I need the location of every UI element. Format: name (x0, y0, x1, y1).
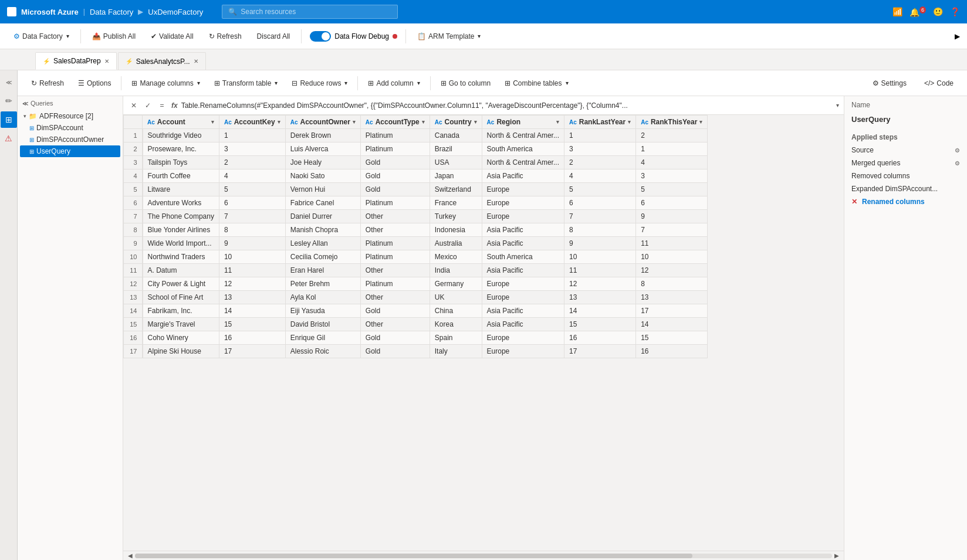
options-btn[interactable]: ☰ Options (72, 76, 117, 90)
scrollbar-track[interactable] (135, 554, 832, 558)
publish-all-btn[interactable]: 📤 Publish All (86, 29, 142, 43)
tab-salesdata-prep[interactable]: ⚡ SalesDataPrep ✕ (35, 52, 117, 70)
formula-expand-chevron[interactable]: ▾ (836, 102, 839, 108)
table-row[interactable]: 3 Tailspin Toys 2 Joe Healy Gold USA Nor… (124, 156, 708, 169)
table-row[interactable]: 14 Fabrikam, Inc. 14 Eiji Yasuda Gold Ch… (124, 304, 708, 318)
col-header-accountowner[interactable]: Ac AccountOwner ▾ (285, 116, 360, 129)
col-header-region[interactable]: Ac Region ▾ (482, 116, 564, 129)
step-renamed-columns[interactable]: ✕ Renamed columns (844, 195, 967, 208)
formula-input[interactable]: Table.RenameColumns(#"Expanded DimSPAcco… (181, 101, 833, 110)
formula-x-btn[interactable]: ✕ (128, 100, 140, 111)
rly-filter-icon[interactable]: ▾ (628, 119, 631, 125)
country-filter-icon[interactable]: ▾ (474, 119, 477, 125)
region-filter-icon[interactable]: ▾ (556, 119, 559, 125)
cell-accounttype: Gold (360, 169, 430, 183)
sidebar-icon-table[interactable]: ⊞ (1, 111, 17, 128)
scroll-left-btn[interactable]: ◀ (128, 552, 133, 559)
table-row[interactable]: 5 Litware 5 Vernon Hui Gold Switzerland … (124, 183, 708, 196)
nav-search-box[interactable]: 🔍 (222, 5, 398, 19)
col-header-ranklastyear[interactable]: Ac RankLastYear ▾ (564, 116, 635, 129)
horizontal-scrollbar[interactable]: ◀ ▶ (123, 551, 844, 560)
data-table-container[interactable]: Ac Account ▾ Ac AccountKey ▾ (123, 115, 844, 551)
col-header-country[interactable]: Ac Country ▾ (430, 116, 482, 129)
go-to-column-btn[interactable]: ⊞ Go to column (434, 76, 497, 90)
cell-accountkey: 6 (219, 196, 285, 210)
rty-filter-icon[interactable]: ▾ (699, 119, 702, 125)
tree-item-userquery[interactable]: ⊞ UserQuery (20, 145, 120, 157)
reduce-chevron: ▾ (344, 80, 347, 86)
query-panel-collapse-icon[interactable]: ≪ (22, 100, 28, 107)
table-row[interactable]: 16 Coho Winery 16 Enrique Gil Gold Spain… (124, 331, 708, 345)
table-row[interactable]: 1 Southridge Video 1 Derek Brown Platinu… (124, 129, 708, 142)
nav-service[interactable]: Data Factory (90, 8, 133, 16)
help-icon[interactable]: ❓ (950, 7, 960, 16)
accountowner-filter-icon[interactable]: ▾ (353, 119, 356, 125)
scrollbar-thumb[interactable] (135, 554, 692, 558)
main-toolbar: ⚙ Data Factory ▾ 📤 Publish All ✔ Validat… (0, 23, 967, 49)
refresh-ribbon-btn[interactable]: ↻ Refresh (25, 76, 70, 90)
sidebar-icon-pencil[interactable]: ✏ (1, 93, 17, 109)
scroll-right-btn[interactable]: ▶ (834, 552, 839, 559)
table-row[interactable]: 7 The Phone Company 7 Daniel Durrer Othe… (124, 210, 708, 223)
col-header-rankthisyear[interactable]: Ac RankThisYear ▾ (636, 116, 708, 129)
tab-sales-analytics[interactable]: ⚡ SalesAnalytcsP... ✕ (118, 52, 206, 70)
add-column-btn[interactable]: ⊞ Add column ▾ (361, 76, 426, 90)
table-row[interactable]: 10 Northwind Traders 10 Cecilia Comejo P… (124, 250, 708, 264)
combine-tables-btn[interactable]: ⊞ Combine tables ▾ (498, 76, 574, 90)
accountkey-filter-icon[interactable]: ▾ (278, 119, 280, 125)
col-header-accountkey[interactable]: Ac AccountKey ▾ (219, 116, 285, 129)
nav-separator-2: ▶ (138, 8, 143, 16)
settings-btn[interactable]: ⚙ Settings (866, 76, 913, 90)
cell-accounttype: Other (360, 264, 430, 277)
table-row[interactable]: 12 City Power & Light 12 Peter Brehm Pla… (124, 277, 708, 291)
sidebar-icon-warning[interactable]: ⚠ (1, 130, 17, 147)
step-expanded-dimspa[interactable]: Expanded DimSPAccount... (844, 182, 967, 195)
col-header-account[interactable]: Ac Account ▾ (143, 116, 219, 129)
code-btn[interactable]: </> Code (918, 76, 960, 90)
table-row[interactable]: 4 Fourth Coffee 4 Naoki Sato Gold Japan … (124, 169, 708, 183)
validate-all-btn[interactable]: ✔ Validate All (144, 29, 200, 43)
transform-table-btn[interactable]: ⊞ Transform table ▾ (208, 76, 285, 90)
formula-check-btn[interactable]: ✓ (142, 100, 154, 111)
data-factory-btn[interactable]: ⚙ Data Factory ▾ (7, 29, 76, 43)
step-merged-queries[interactable]: Merged queries ⚙ (844, 157, 967, 169)
table-row[interactable]: 17 Alpine Ski House 17 Alessio Roic Gold… (124, 345, 708, 358)
step-source-gear[interactable]: ⚙ (955, 147, 960, 154)
manage-columns-btn[interactable]: ⊞ Manage columns ▾ (125, 76, 206, 90)
toolbar-expand-btn[interactable]: ▶ (955, 32, 960, 40)
cell-accounttype: Other (360, 318, 430, 331)
table-row[interactable]: 8 Blue Yonder Airlines 8 Manish Chopra O… (124, 223, 708, 237)
accounttype-filter-icon[interactable]: ▾ (422, 119, 425, 125)
table-row[interactable]: 15 Margie's Travel 15 David Bristol Othe… (124, 318, 708, 331)
cell-accountowner: Naoki Sato (285, 169, 360, 183)
discard-all-btn[interactable]: Discard All (251, 29, 297, 43)
tree-item-dimspa[interactable]: ⊞ DimSPAccount (20, 122, 120, 134)
table-row[interactable]: 2 Proseware, Inc. 3 Luis Alverca Platinu… (124, 142, 708, 156)
ribbon-div-1 (121, 76, 121, 90)
query-panel: ≪ Queries ▾ 📁 ADFResource [2] ⊞ DimSPAcc… (18, 96, 123, 560)
refresh-toolbar-btn[interactable]: ↻ Refresh (202, 29, 248, 43)
cell-ranklastyear: 6 (564, 196, 635, 210)
account-filter-icon[interactable]: ▾ (211, 119, 214, 125)
table-row[interactable]: 11 A. Datum 11 Eran Harel Other India As… (124, 264, 708, 277)
step-merged-gear[interactable]: ⚙ (955, 160, 960, 167)
sidebar-collapse-btn[interactable]: ≪ (1, 74, 17, 90)
step-source[interactable]: Source ⚙ (844, 144, 967, 157)
nav-resource[interactable]: UxDemoFactory (148, 8, 203, 16)
tab2-close-btn[interactable]: ✕ (194, 58, 198, 65)
reduce-rows-btn[interactable]: ⊟ Reduce rows ▾ (285, 76, 354, 90)
search-input[interactable] (241, 8, 391, 16)
data-flow-debug-toggle[interactable] (310, 31, 331, 42)
tree-item-dimspaowner[interactable]: ⊞ DimSPAccountOwner (20, 134, 120, 145)
formula-equals-btn[interactable]: = (156, 100, 168, 111)
arm-template-btn[interactable]: 📋 ARM Template ▾ (411, 29, 487, 43)
tab1-close-btn[interactable]: ✕ (104, 58, 109, 65)
table-row[interactable]: 13 School of Fine Art 13 Ayla Kol Other … (124, 291, 708, 304)
table-row[interactable]: 6 Adventure Works 6 Fabrice Canel Platin… (124, 196, 708, 210)
table-row[interactable]: 9 Wide World Import... 9 Lesley Allan Pl… (124, 237, 708, 250)
notification-icon[interactable]: 🔔6 (909, 7, 926, 17)
col-header-accounttype[interactable]: Ac AccountType ▾ (360, 116, 430, 129)
smiley-icon[interactable]: 🙂 (933, 7, 943, 16)
step-removed-columns[interactable]: Removed columns (844, 169, 967, 182)
tree-group-adf[interactable]: ▾ 📁 ADFResource [2] (20, 110, 120, 122)
